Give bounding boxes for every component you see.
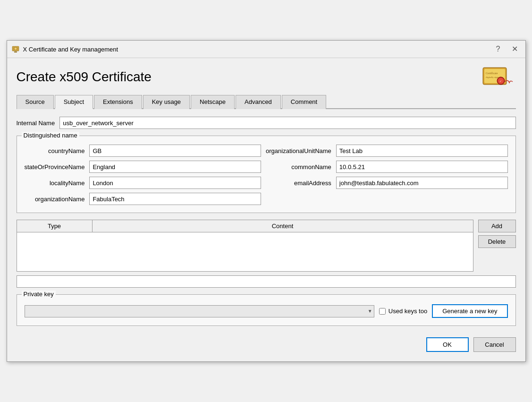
internal-name-label: Internal Name: [17, 120, 55, 127]
title-bar-left: X Certificate and Key management: [12, 45, 118, 53]
distinguished-name-group: Distinguished name countryName organizat…: [17, 136, 516, 213]
type-column-header: Type: [17, 220, 93, 232]
internal-name-row: Internal Name: [17, 117, 516, 129]
locality-name-label: localityName: [25, 180, 85, 187]
header-logo: Certificate digitally signed ✓: [482, 66, 516, 88]
state-name-label: stateOrProvinceName: [25, 163, 85, 171]
window-content: Create x509 Certificate Certificate digi…: [7, 58, 525, 361]
used-keys-checkbox[interactable]: [379, 308, 386, 315]
private-key-title: Private key: [22, 291, 56, 298]
private-key-select[interactable]: [25, 305, 374, 317]
page-header: Create x509 Certificate Certificate digi…: [17, 66, 516, 88]
used-keys-checkbox-wrapper: Used keys too: [379, 308, 427, 315]
tab-bar: Source Subject Extensions Key usage Nets…: [17, 94, 516, 109]
svg-text:Certificate: Certificate: [486, 72, 498, 75]
tab-source[interactable]: Source: [17, 95, 54, 109]
generate-key-button[interactable]: Generate a new key: [432, 304, 507, 318]
table-section: Type Content Add Delete: [17, 220, 516, 272]
state-name-input[interactable]: [89, 161, 261, 173]
subinput-row[interactable]: [17, 275, 516, 288]
country-name-input[interactable]: [89, 145, 261, 157]
cancel-button[interactable]: Cancel: [473, 337, 516, 352]
email-address-input[interactable]: [336, 177, 508, 189]
svg-rect-3: [14, 51, 17, 52]
email-address-label: emailAddress: [266, 180, 331, 187]
common-name-label: commonName: [266, 163, 331, 171]
distinguished-name-title: Distinguished name: [22, 132, 79, 139]
tab-advanced[interactable]: Advanced: [236, 95, 281, 109]
table-buttons: Add Delete: [478, 220, 516, 272]
footer-buttons: OK Cancel: [17, 335, 516, 352]
help-button[interactable]: ?: [493, 44, 503, 54]
table-body[interactable]: [17, 232, 473, 270]
org-name-label: organizationName: [25, 196, 85, 203]
table-header: Type Content: [17, 220, 473, 232]
org-name-input[interactable]: [89, 193, 261, 205]
svg-point-2: [15, 48, 16, 50]
internal-name-input[interactable]: [59, 117, 515, 129]
tab-comment[interactable]: Comment: [282, 95, 326, 109]
add-button[interactable]: Add: [478, 220, 516, 232]
main-window: X Certificate and Key management ? ✕ Cre…: [7, 40, 526, 362]
delete-button[interactable]: Delete: [478, 235, 516, 248]
org-unit-name-label: organizationalUnitName: [266, 147, 331, 154]
locality-name-input[interactable]: [89, 177, 261, 189]
private-key-select-wrapper: ▼: [25, 305, 374, 317]
page-title: Create x509 Certificate: [17, 69, 152, 85]
window-title: X Certificate and Key management: [23, 46, 118, 53]
used-keys-label[interactable]: Used keys too: [388, 308, 427, 315]
close-button[interactable]: ✕: [509, 44, 521, 54]
title-bar: X Certificate and Key management ? ✕: [7, 41, 525, 58]
org-unit-name-input[interactable]: [336, 145, 508, 157]
private-key-group: Private key ▼ Used keys too Generate a n…: [17, 294, 516, 326]
subject-tab-content: Internal Name Distinguished name country…: [17, 117, 516, 352]
private-key-row: ▼ Used keys too Generate a new key: [25, 304, 508, 318]
svg-text:✓: ✓: [499, 80, 502, 83]
tab-key-usage[interactable]: Key usage: [143, 95, 190, 109]
ok-button[interactable]: OK: [426, 337, 469, 352]
tab-subject[interactable]: Subject: [55, 95, 93, 109]
country-name-label: countryName: [25, 147, 85, 154]
dn-grid: countryName organizationalUnitName state…: [25, 145, 508, 205]
common-name-input[interactable]: [336, 161, 508, 173]
type-content-table: Type Content: [17, 220, 473, 272]
app-icon: [12, 45, 19, 53]
tab-extensions[interactable]: Extensions: [94, 95, 142, 109]
title-bar-controls: ? ✕: [493, 44, 521, 54]
tab-netscape[interactable]: Netscape: [191, 95, 235, 109]
content-column-header: Content: [93, 220, 473, 232]
